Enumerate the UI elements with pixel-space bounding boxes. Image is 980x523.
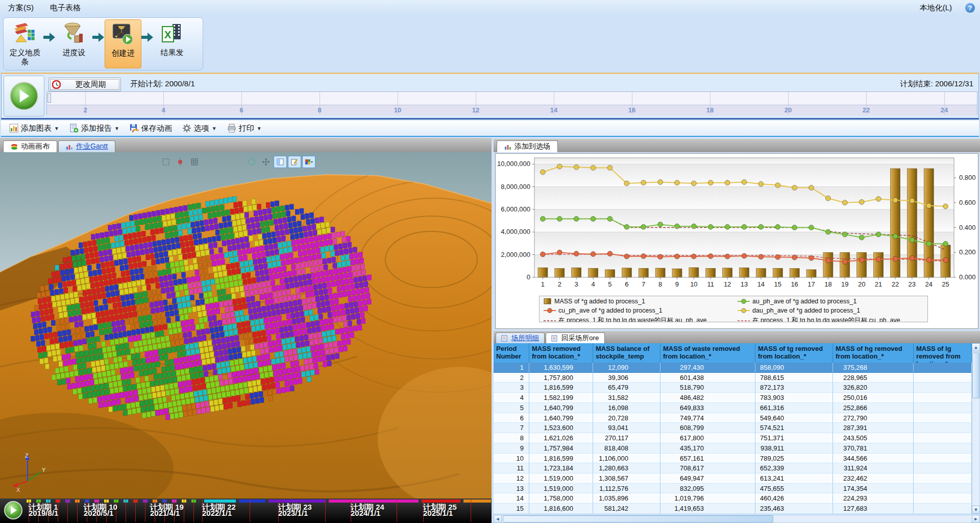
svg-text:0.400: 0.400 bbox=[959, 224, 976, 231]
workflow-step-3[interactable]: 创建进 bbox=[105, 19, 141, 68]
vscroll-thumb[interactable] bbox=[972, 352, 979, 398]
menu-scheme[interactable]: 方案(S) bbox=[0, 1, 42, 15]
animation-play-button[interactable] bbox=[4, 501, 22, 519]
table-row[interactable]: 41,582,19931,582486,482783,903250,016 bbox=[494, 393, 972, 403]
workflow-step-4[interactable]: X结果发 bbox=[154, 19, 190, 68]
legend-item: cu_ph_ave of *g added to process_1 bbox=[544, 307, 663, 314]
gantt-icon bbox=[66, 144, 73, 150]
scroll-right-icon[interactable]: ► bbox=[972, 515, 980, 523]
value-cell bbox=[914, 413, 972, 423]
menu-spreadsheet[interactable]: 电子表格 bbox=[42, 1, 89, 15]
column-header[interactable]: MASS of tg removed from location_* bbox=[755, 343, 833, 363]
locate-icon bbox=[176, 157, 185, 167]
svg-text:25: 25 bbox=[942, 280, 949, 288]
value-cell: 818,408 bbox=[593, 443, 660, 454]
toolbar-label: 选项 bbox=[194, 124, 209, 133]
save-animation-button[interactable]: 保存动画 bbox=[126, 122, 176, 135]
table-row[interactable]: 131,519,0001,112,576832,095475,655174,35… bbox=[494, 484, 972, 494]
period-ruler[interactable]: 24681012141618202224 bbox=[46, 91, 977, 115]
animation-timeline-bar[interactable]: 计划期 12019/8/1计划期 102020/5/1计划期 192021/4/… bbox=[0, 498, 492, 523]
period-date-label: 2024/1/1 bbox=[351, 509, 380, 517]
column-header[interactable]: MASS of waste removed from location_* bbox=[660, 343, 755, 363]
options-button[interactable]: 选项▼ bbox=[178, 122, 221, 135]
edit-button[interactable] bbox=[288, 156, 301, 168]
menu-localization[interactable]: 本地化(L) bbox=[912, 1, 960, 15]
grid-button[interactable] bbox=[188, 156, 201, 168]
ruler-slider-handle[interactable] bbox=[47, 93, 51, 103]
svg-text:18: 18 bbox=[824, 280, 831, 288]
tab-label: 回采场所ore bbox=[561, 334, 599, 343]
page-view-icon bbox=[276, 157, 285, 167]
column-header[interactable]: Period Number bbox=[494, 343, 529, 363]
table-row[interactable]: 121,519,0001,308,567649,947613,241232,46… bbox=[494, 473, 972, 484]
ruler-tick-label: 4 bbox=[161, 106, 165, 114]
value-cell: 287,391 bbox=[833, 423, 914, 433]
value-cell: 608,799 bbox=[660, 423, 755, 433]
results-table[interactable]: 11,630,59912,090297,430858,090375,26821,… bbox=[494, 363, 972, 514]
table-row[interactable]: 31,816,59965,479518,790872,173326,820 bbox=[494, 383, 972, 393]
block-colour-button[interactable] bbox=[302, 156, 315, 168]
table-row[interactable]: 11,630,59912,090297,430858,090375,268 bbox=[494, 363, 972, 373]
column-header[interactable]: MASS removed from location_* bbox=[529, 343, 593, 363]
table-row[interactable]: 71,523,60093,041608,799574,521287,391 bbox=[494, 423, 972, 433]
change-period-button[interactable]: 更改周期 bbox=[48, 78, 121, 91]
plan-end-label: 计划结束: 2006/12/31 bbox=[900, 79, 973, 89]
table-row[interactable]: 141,758,0001,035,8961,019,796460,426224,… bbox=[494, 493, 972, 504]
locate-button[interactable] bbox=[174, 156, 187, 168]
hscroll-thumb[interactable] bbox=[503, 515, 773, 522]
value-cell bbox=[914, 383, 972, 393]
table-row[interactable]: 91,757,984818,408435,170938,911370,781 bbox=[494, 443, 972, 454]
table-row[interactable]: 51,640,79916,098649,833661,316252,866 bbox=[494, 403, 972, 413]
save-animation-icon bbox=[130, 124, 139, 133]
ribbon-area: 定义地质条进度设创建进X结果发 bbox=[0, 15, 980, 73]
tab-job-gantt[interactable]: 作业Gantt bbox=[58, 140, 115, 152]
print-button[interactable]: 打印▼ bbox=[223, 122, 266, 135]
ruler-tick-label: 8 bbox=[317, 106, 321, 114]
value-cell: 235,463 bbox=[755, 504, 833, 514]
value-cell: 1,816,599 bbox=[529, 454, 593, 464]
toolbar-label: 添加报告 bbox=[81, 124, 112, 133]
scroll-down-icon[interactable]: ▼ bbox=[972, 506, 980, 514]
value-cell: 174,354 bbox=[833, 484, 914, 494]
column-header[interactable]: MASS of hg removed from location_* bbox=[833, 343, 914, 363]
3d-viewport[interactable]: Z Y X bbox=[0, 152, 492, 498]
column-header[interactable]: MASS of lg removed from location_* bbox=[914, 343, 972, 363]
tab-mining-location-ore[interactable]: 回采场所ore bbox=[546, 332, 605, 343]
zoom-extents-button[interactable] bbox=[159, 156, 173, 168]
digitise-polygon-button[interactable] bbox=[231, 156, 244, 168]
table-tabbar: 场所明细回采场所ore bbox=[494, 331, 980, 343]
scroll-up-icon[interactable]: ▲ bbox=[972, 343, 980, 351]
polygon-tool-button[interactable] bbox=[245, 156, 258, 168]
value-cell: 127,683 bbox=[833, 504, 914, 514]
value-cell: 1,758,000 bbox=[529, 493, 593, 504]
table-row[interactable]: 151,816,600581,2421,419,653235,463127,68… bbox=[494, 504, 972, 514]
svg-text:7: 7 bbox=[642, 280, 645, 288]
toolbar-label: 添加图表 bbox=[21, 124, 52, 133]
tab-location-detail[interactable]: 场所明细 bbox=[496, 332, 545, 343]
scroll-left-icon[interactable]: ◄ bbox=[494, 515, 502, 523]
table-row[interactable]: 21,757,80039,306601,438788,615228,965 bbox=[494, 373, 972, 383]
column-header[interactable]: MASS balance of stockpile_temp bbox=[593, 343, 660, 363]
tab-add-to-selection[interactable]: 添加到选场 bbox=[497, 140, 558, 152]
value-cell: 1,035,896 bbox=[593, 493, 660, 504]
digitise-point-button[interactable] bbox=[202, 156, 215, 168]
value-cell: 272,790 bbox=[833, 413, 914, 423]
table-row[interactable]: 61,640,79920,728749,774549,640272,790 bbox=[494, 413, 972, 423]
workflow-step-1[interactable]: 定义地质条 bbox=[7, 19, 43, 68]
table-row[interactable]: 111,723,1841,280,663708,617652,339311,92… bbox=[494, 463, 972, 473]
add-chart-button[interactable]: 添加图表▼ bbox=[5, 122, 63, 135]
funnel-setup-icon bbox=[62, 21, 86, 47]
tab-animation-canvas[interactable]: 动画画布 bbox=[3, 140, 57, 152]
plan-start-label: 开始计划: 2000/8/1 bbox=[130, 79, 195, 89]
value-cell bbox=[914, 373, 972, 383]
help-icon[interactable]: ? bbox=[965, 3, 975, 13]
run-schedule-button[interactable] bbox=[10, 82, 38, 110]
add-report-button[interactable]: 添加报告▼ bbox=[65, 122, 124, 135]
table-row[interactable]: 101,816,5991,106,000657,161789,025344,56… bbox=[494, 454, 972, 464]
pan-button[interactable] bbox=[259, 156, 273, 168]
digitise-line-button[interactable] bbox=[216, 156, 230, 168]
value-cell: 31,582 bbox=[593, 393, 660, 403]
page-view-button[interactable] bbox=[274, 156, 287, 168]
table-row[interactable]: 81,621,026270,117617,800751,371243,505 bbox=[494, 433, 972, 443]
workflow-step-2[interactable]: 进度设 bbox=[56, 19, 92, 68]
